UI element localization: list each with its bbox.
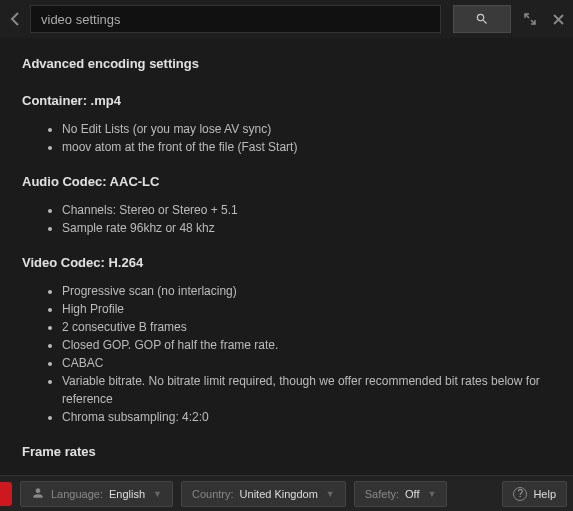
- section-title: Audio Codec: AAC-LC: [22, 174, 551, 189]
- language-label: Language:: [51, 488, 103, 500]
- expand-icon[interactable]: [521, 10, 539, 28]
- section-title: Video Codec: H.264: [22, 255, 551, 270]
- country-label: Country:: [192, 488, 234, 500]
- search-input[interactable]: [30, 5, 441, 33]
- caret-down-icon: ▼: [153, 489, 162, 499]
- brand-strip: [0, 482, 12, 506]
- safety-button[interactable]: Safety: Off ▼: [354, 481, 448, 507]
- country-button[interactable]: Country: United Kingdom ▼: [181, 481, 346, 507]
- list-item: Progressive scan (no interlacing): [62, 282, 551, 300]
- back-button[interactable]: [6, 4, 24, 34]
- list-item: High Profile: [62, 300, 551, 318]
- list-item: Sample rate 96khz or 48 khz: [62, 219, 551, 237]
- section-list: No Edit Lists (or you may lose AV sync)m…: [22, 120, 551, 156]
- search-button[interactable]: [453, 5, 511, 33]
- safety-label: Safety:: [365, 488, 399, 500]
- list-item: Variable bitrate. No bitrate limit requi…: [62, 372, 551, 408]
- search-icon: [475, 12, 489, 26]
- safety-value: Off: [405, 488, 419, 500]
- section-list: Channels: Stereo or Stereo + 5.1Sample r…: [22, 201, 551, 237]
- list-item: CABAC: [62, 354, 551, 372]
- content-panel[interactable]: Advanced encoding settings Container: .m…: [0, 38, 573, 475]
- page-heading: Advanced encoding settings: [22, 56, 551, 71]
- language-button[interactable]: Language: English ▼: [20, 481, 173, 507]
- list-item: Closed GOP. GOP of half the frame rate.: [62, 336, 551, 354]
- list-item: No Edit Lists (or you may lose AV sync): [62, 120, 551, 138]
- bottombar: Language: English ▼ Country: United King…: [0, 475, 573, 511]
- section-list: Progressive scan (no interlacing)High Pr…: [22, 282, 551, 426]
- user-icon: [31, 486, 45, 502]
- section-title: Frame rates: [22, 444, 551, 459]
- help-icon: ?: [513, 487, 527, 501]
- topbar: [0, 0, 573, 38]
- country-value: United Kingdom: [240, 488, 318, 500]
- list-item: Channels: Stereo or Stereo + 5.1: [62, 201, 551, 219]
- caret-down-icon: ▼: [326, 489, 335, 499]
- help-label: Help: [533, 488, 556, 500]
- list-item: 2 consecutive B frames: [62, 318, 551, 336]
- language-value: English: [109, 488, 145, 500]
- list-item: moov atom at the front of the file (Fast…: [62, 138, 551, 156]
- section-title: Container: .mp4: [22, 93, 551, 108]
- close-icon[interactable]: [549, 10, 567, 28]
- list-item: Chroma subsampling: 4:2:0: [62, 408, 551, 426]
- caret-down-icon: ▼: [428, 489, 437, 499]
- help-button[interactable]: ? Help: [502, 481, 567, 507]
